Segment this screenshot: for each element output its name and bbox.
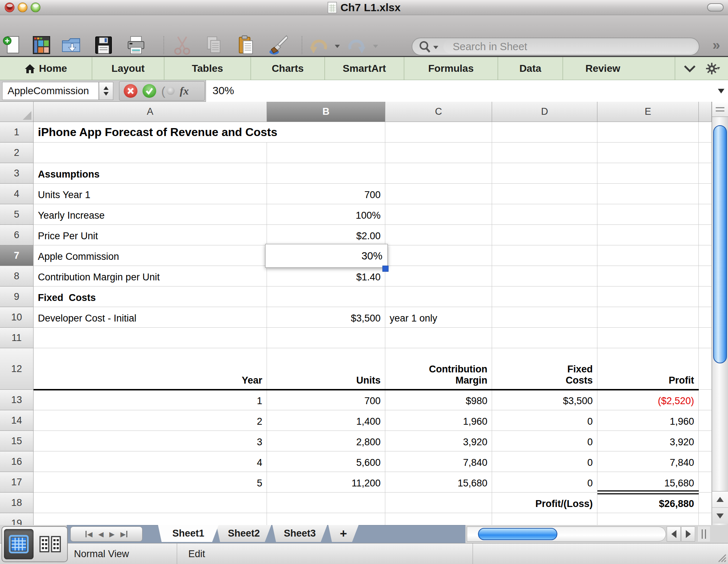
undo-button[interactable] [307,35,330,56]
cell-E12[interactable]: Profit [597,348,699,390]
cell-F2[interactable] [699,143,712,163]
cell-C13[interactable]: $980 [385,390,492,410]
cell-F1[interactable] [699,122,712,143]
column-header-B[interactable]: B [267,102,385,122]
save-button[interactable] [92,35,115,56]
tab-review[interactable]: Review [563,57,643,80]
paste-button[interactable] [235,35,258,56]
vertical-split-handle[interactable] [712,102,728,117]
open-button[interactable] [60,35,82,56]
ribbon-collapse-chevron-icon[interactable] [683,65,696,73]
tab-tables[interactable]: Tables [165,57,251,80]
sheet-tab-sheet1[interactable]: Sheet1 [158,525,219,542]
sheet-tab-sheet2[interactable]: Sheet2 [216,525,271,542]
sheet-tab-sheet3[interactable]: Sheet3 [272,525,327,542]
cell-A9[interactable]: Fixed Costs [34,287,267,307]
cell-E11[interactable] [597,328,699,348]
cell-A17[interactable]: 5 [34,472,267,493]
cancel-entry-button[interactable] [124,84,137,98]
cell-F15[interactable] [699,431,712,451]
cell-E16[interactable]: 7,840 [597,451,699,472]
row-header-17[interactable]: 17 [0,472,34,493]
cell-A18[interactable] [34,493,267,513]
cell-F18[interactable] [699,493,712,513]
cell-A19[interactable] [34,513,267,525]
cell-B16[interactable]: 5,600 [267,451,385,472]
cell-D7[interactable] [492,245,597,266]
search-scope-caret[interactable] [433,46,438,49]
cell-B6[interactable]: $2.00 [267,225,385,245]
row-header-1[interactable]: 1 [0,122,34,143]
cell-D8[interactable] [492,266,597,287]
cell-E3[interactable] [597,163,699,184]
cell-C11[interactable] [385,328,492,348]
tab-smartart[interactable]: SmartArt [325,57,404,80]
cell-C5[interactable] [385,204,492,225]
cell-A6[interactable]: Price Per Unit [34,225,267,245]
previous-sheet-button[interactable]: ◀ [98,530,104,538]
select-all-corner[interactable] [0,102,34,122]
column-header-D[interactable]: D [492,102,597,122]
cell-C14[interactable]: 1,960 [385,410,492,431]
new-document-button[interactable] [1,35,23,56]
column-header-E[interactable]: E [597,102,699,122]
cell-A12[interactable]: Year [34,348,267,390]
cell-F5[interactable] [699,204,712,225]
cell-E17[interactable]: 15,680 [597,472,699,493]
cell-D3[interactable] [492,163,597,184]
cell-E10[interactable] [597,307,699,328]
cell-D16[interactable]: 0 [492,451,597,472]
cell-C1[interactable] [385,122,492,143]
scroll-down-button[interactable] [712,508,728,524]
cell-A3[interactable]: Assumptions [34,163,267,184]
cell-E13[interactable]: ($2,520) [597,390,699,410]
cell-B12[interactable]: Units [267,348,385,390]
cell-C16[interactable]: 7,840 [385,451,492,472]
window-resize-grip[interactable] [716,552,727,563]
vertical-scrollbar-thumb[interactable] [713,125,727,363]
cell-A13[interactable]: 1 [34,390,267,410]
next-sheet-button[interactable]: ▶ [109,530,115,538]
cell-B15[interactable]: 2,800 [267,431,385,451]
cell-B10[interactable]: $3,500 [267,307,385,328]
ribbon-settings-gear-icon[interactable] [706,62,720,75]
cell-D19[interactable] [492,513,597,525]
cell-B13[interactable]: 700 [267,390,385,410]
cell-C8[interactable] [385,266,492,287]
cell-B4[interactable]: 700 [267,184,385,204]
undo-dropdown-caret[interactable] [335,45,340,48]
print-button[interactable] [125,35,147,56]
cell-D12[interactable]: Fixed Costs [492,348,597,390]
cell-C9[interactable] [385,287,492,307]
accept-entry-button[interactable] [142,84,156,98]
row-header-5[interactable]: 5 [0,204,34,225]
name-box[interactable] [2,82,99,100]
cell-D4[interactable] [492,184,597,204]
active-cell-editor[interactable]: 30% [265,244,388,268]
row-header-12[interactable]: 12 [0,348,34,390]
row-header-18[interactable]: 18 [0,493,34,513]
cell-D15[interactable]: 0 [492,431,597,451]
fill-handle[interactable] [382,266,389,272]
cell-A8[interactable]: Contribution Margin per Unit [34,266,267,287]
row-header-4[interactable]: 4 [0,184,34,204]
cell-C17[interactable]: 15,680 [385,472,492,493]
horizontal-split-handle[interactable] [697,526,710,542]
cell-D13[interactable]: $3,500 [492,390,597,410]
cell-F9[interactable] [699,287,712,307]
cell-B3[interactable] [267,163,385,184]
cell-F3[interactable] [699,163,712,184]
cell-B14[interactable]: 1,400 [267,410,385,431]
cell-A15[interactable]: 3 [34,431,267,451]
horizontal-scrollbar[interactable] [467,526,666,542]
search-input[interactable] [452,39,683,54]
cut-button[interactable] [171,35,193,56]
cell-D10[interactable] [492,307,597,328]
row-header-9[interactable]: 9 [0,287,34,307]
cell-F19[interactable] [699,513,712,525]
cell-B11[interactable] [267,328,385,348]
cell-A4[interactable]: Units Year 1 [34,184,267,204]
parenthesis-button[interactable]: ( [161,84,165,98]
cell-E7[interactable] [597,245,699,266]
scroll-left-button[interactable] [667,526,681,542]
